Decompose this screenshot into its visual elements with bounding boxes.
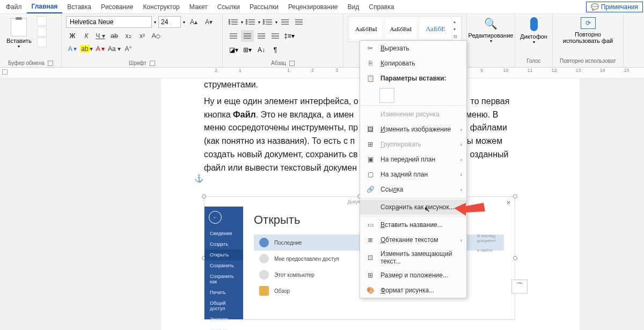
clipboard-dialog-launcher[interactable] <box>48 61 53 66</box>
text-effects-button[interactable]: A ▾ <box>66 43 79 55</box>
styles-up-icon[interactable]: ▴ <box>453 19 460 24</box>
editing-group: 🔍 Редактирование ▾ <box>467 14 515 67</box>
strikethrough-button[interactable]: ab <box>108 30 121 42</box>
size-icon: ⊞ <box>365 270 375 280</box>
cut-button[interactable] <box>37 16 47 26</box>
editing-label[interactable]: Редактирование <box>469 32 514 39</box>
horizontal-ruler[interactable]: 21 123 456 789 101112 131415 161718 <box>0 68 644 78</box>
text-span: ы можем <box>467 136 502 145</box>
cm-bring-front[interactable]: ▣На передний план› <box>360 152 466 167</box>
cm-copy[interactable]: ⎘Копировать <box>360 56 466 71</box>
multilevel-button[interactable] <box>261 16 274 28</box>
line-spacing-button[interactable]: ‡≡▾ <box>283 30 296 42</box>
style-normal[interactable]: АаБбВвІ <box>349 18 383 40</box>
cm-send-back[interactable]: ▢На задний план› <box>360 167 466 182</box>
format-painter-button[interactable] <box>37 38 47 47</box>
align-center-button[interactable] <box>241 30 254 42</box>
cm-size-position[interactable]: ⊞Размер и положение... <box>360 268 466 283</box>
tab-mailings[interactable]: Рассылки <box>245 1 283 13</box>
paragraph-dialog-launcher[interactable] <box>289 61 295 66</box>
styles-gallery[interactable]: АаБбВвІ АаБбВвІ АаБбЕ ▴ ▾ ⊟ <box>348 16 462 42</box>
decrease-indent-button[interactable] <box>279 16 291 28</box>
paste-icon <box>11 18 27 36</box>
text-span: меню сосредоточены инструменты, пр <box>204 123 358 132</box>
paste-button[interactable]: Вставить ▾ <box>4 16 34 51</box>
style-nospacing[interactable]: АаБбВвІ <box>384 18 418 40</box>
italic-button[interactable]: К <box>80 30 93 42</box>
tab-design[interactable]: Конструктор <box>138 1 184 13</box>
justify-button[interactable] <box>269 30 282 42</box>
align-right-button[interactable] <box>255 30 268 42</box>
embedded-menu-export: Экспорт <box>204 314 243 325</box>
cm-cut[interactable]: ✂ВВырезатьырезать <box>360 41 466 56</box>
styles-more-icon[interactable]: ⊟ <box>453 34 460 39</box>
tab-layout[interactable]: Макет <box>185 1 213 13</box>
show-marks-button[interactable]: ¶ <box>269 44 282 56</box>
font-dialog-launcher[interactable] <box>150 61 155 66</box>
selection-handle-ne[interactable] <box>513 194 517 199</box>
sort-button[interactable]: A↓ <box>255 44 268 56</box>
ribbon: Вставить ▾ Буфер обмена ▾ ▾ A▴ A▾ Ж К Ч … <box>0 14 644 68</box>
cm-alt-text[interactable]: ⊡Изменить замещающий текст... <box>360 247 466 268</box>
bullets-button[interactable] <box>227 16 240 28</box>
numbering-button[interactable] <box>244 16 257 28</box>
text-span: меню. В <box>466 110 498 119</box>
selection-handle-nw[interactable] <box>202 194 206 199</box>
find-icon[interactable]: 🔍 <box>484 17 497 30</box>
tab-file[interactable]: Файл <box>1 1 27 13</box>
tab-selector[interactable] <box>2 69 8 75</box>
tab-insert[interactable]: Вставка <box>62 1 96 13</box>
change-case-button[interactable]: Aa ▾ <box>108 43 121 55</box>
caption-icon: ▭ <box>365 220 375 230</box>
tab-help[interactable]: Справка <box>364 1 399 13</box>
bold-button[interactable]: Ж <box>66 30 79 42</box>
mouse-cursor: ↖ <box>424 205 430 214</box>
cm-change-image[interactable]: 🖼Изменить изображение› <box>360 122 466 137</box>
char-shading-button[interactable]: A° <box>122 43 135 55</box>
underline-button[interactable]: Ч ▾ <box>94 30 107 42</box>
tab-view[interactable]: Вид <box>343 1 364 13</box>
tab-review[interactable]: Рецензирование <box>283 1 343 13</box>
text-span: файлами <box>470 123 507 132</box>
embedded-menu-new: Создать <box>204 239 243 250</box>
borders-button[interactable]: ⊞▾ <box>241 44 254 56</box>
paragraph-group: ▾ ▾ ▾ ‡≡▾ ◪▾ ⊞▾ A↓ ¶ Абзац <box>223 14 343 67</box>
voice-label: Голос <box>526 58 541 64</box>
shading-button[interactable]: ◪▾ <box>227 44 240 56</box>
cm-save-as-picture[interactable]: Сохранить как рисунок... <box>360 200 466 215</box>
font-name-select[interactable] <box>66 16 152 28</box>
cm-format-picture[interactable]: 🎨Формат рисунка... <box>360 283 466 298</box>
font-color-button[interactable]: A ▾ <box>94 43 107 55</box>
superscript-button[interactable]: x² <box>136 30 149 42</box>
tab-references[interactable]: Ссылки <box>213 1 245 13</box>
cm-paste-header: 📋Параметры вставки: <box>360 71 466 86</box>
shrink-font-button[interactable]: A▾ <box>202 16 215 28</box>
align-left-button[interactable] <box>227 30 240 42</box>
reuse-icon[interactable]: ⟳ <box>581 17 596 29</box>
clear-format-button[interactable]: A◇ <box>150 30 163 42</box>
tab-home[interactable]: Главная <box>27 1 63 13</box>
highlight-button[interactable]: ab▾ <box>80 43 93 55</box>
cm-wrap-text[interactable]: ≣Обтекание текстом› <box>360 232 466 247</box>
subscript-button[interactable]: x₂ <box>122 30 135 42</box>
cm-link[interactable]: 🔗Ссылка› <box>360 182 466 197</box>
send-back-icon: ▢ <box>365 170 375 179</box>
style-heading1[interactable]: АаБбЕ <box>419 18 452 40</box>
cm-paste-option[interactable] <box>379 88 394 103</box>
grow-font-button[interactable]: A▴ <box>187 16 200 28</box>
tab-draw[interactable]: Рисование <box>96 1 138 13</box>
layout-options-button[interactable]: ⌒ <box>511 280 528 294</box>
comments-button[interactable]: 💬 Примечания <box>586 2 643 12</box>
styles-down-icon[interactable]: ▾ <box>453 27 460 32</box>
layout-options-icon: ⌒ <box>516 282 523 291</box>
cm-insert-caption[interactable]: ▭Вставить название... <box>360 217 466 232</box>
reuse-label[interactable]: Повторно использовать фай <box>556 31 620 44</box>
text-line: струментами. <box>204 80 258 89</box>
font-size-select[interactable] <box>158 16 181 28</box>
increase-indent-button[interactable] <box>292 16 305 28</box>
copy-button[interactable] <box>37 27 47 36</box>
red-arrow-annotation <box>454 199 486 220</box>
dictate-label[interactable]: Диктофон <box>520 33 547 40</box>
mic-icon[interactable] <box>530 17 538 31</box>
anchor-icon[interactable]: ⚓ <box>194 174 203 182</box>
